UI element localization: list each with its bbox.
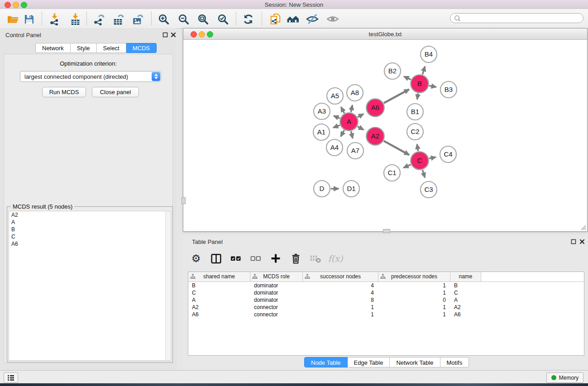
bottom-edge-handle[interactable] [383, 229, 390, 233]
tab-node-table[interactable]: Node Table [304, 357, 348, 367]
graph-node-label-A3: A3 [318, 107, 326, 115]
graph-edge-A-A3[interactable] [334, 116, 340, 118]
import-network-button[interactable] [48, 12, 61, 26]
column-header[interactable]: MCDS role [250, 272, 303, 281]
column-header[interactable]: successor nodes [303, 272, 378, 281]
show-all-button[interactable] [326, 12, 339, 26]
show-eye-icon [326, 13, 339, 25]
criterion-dropdown[interactable]: largest connected component (directed) [20, 71, 161, 82]
graph-node-label-C2: C2 [411, 128, 419, 135]
graph-edge-B-B2[interactable] [404, 76, 411, 80]
graph-edge-A-A6[interactable] [358, 114, 363, 117]
refresh-button[interactable] [241, 12, 255, 26]
graph-edge-B-B1[interactable] [417, 93, 418, 99]
toolbar-separator [262, 12, 262, 25]
float-panel-icon[interactable] [163, 32, 168, 38]
export-network-button[interactable] [92, 12, 105, 26]
mcds-result-list[interactable]: A2ABCA6 [9, 211, 171, 361]
table-cell: B [450, 282, 481, 289]
tab-style[interactable]: Style [71, 43, 97, 53]
network-canvas[interactable]: AA1A2A3A4A5A6A7A8BB1B2B3B4CC1C2C3C4DD1 [183, 40, 587, 231]
tab-mcds[interactable]: MCDS [126, 43, 157, 53]
graph-node-label-D: D [320, 185, 325, 192]
table-panel: Table Panel ⚙ f(x) shared nameMCDS roles… [183, 235, 588, 369]
zoom-selected-icon [217, 13, 229, 25]
graph-edge-A-A8[interactable] [351, 105, 352, 112]
network-graph[interactable]: AA1A2A3A4A5A6A7A8BB1B2B3B4CC1C2C3C4DD1 [183, 40, 587, 231]
run-mcds-button[interactable]: Run MCDS [42, 87, 86, 97]
mcds-result-item[interactable]: A6 [9, 240, 171, 248]
table-row[interactable]: Adominator80A [188, 296, 584, 304]
select-all-button[interactable] [229, 251, 243, 266]
graph-edge-A6-B[interactable] [384, 90, 409, 103]
graph-node-label-A8: A8 [351, 89, 359, 96]
zoom-selected-button[interactable] [216, 12, 229, 26]
graph-edge-A-A2[interactable] [358, 126, 363, 129]
open-folder-icon [7, 13, 19, 25]
export-table-button[interactable] [111, 12, 125, 26]
table-row[interactable]: Cdominator41C [188, 289, 584, 296]
home-layout-button[interactable] [286, 12, 300, 26]
mcds-result-item[interactable]: A2 [9, 211, 171, 219]
graph-edge-B-B4[interactable] [422, 67, 425, 75]
mcds-result-item[interactable]: C [9, 233, 171, 240]
close-table-panel-icon[interactable] [579, 239, 585, 244]
control-panel-header: Control Panel [0, 28, 177, 42]
table-settings-button[interactable]: ⚙ [189, 251, 203, 266]
float-table-panel-icon[interactable] [571, 239, 576, 244]
copy-style-button[interactable] [269, 12, 282, 26]
import-table-button[interactable] [68, 12, 82, 26]
graph-edge-A-A7[interactable] [351, 131, 353, 138]
close-panel-icon[interactable] [171, 32, 176, 38]
mcds-result-item[interactable]: B [9, 226, 171, 233]
graph-edge-C-C1[interactable] [404, 165, 411, 168]
add-column-button[interactable] [269, 251, 282, 266]
memory-button[interactable]: Memory [546, 372, 583, 383]
tab-network-table[interactable]: Network Table [390, 357, 440, 367]
hide-selected-button[interactable] [306, 12, 319, 26]
column-header[interactable]: predecessor nodes [378, 272, 450, 281]
graph-edge-C-C2[interactable] [417, 144, 418, 151]
mcds-result-item[interactable]: A [9, 219, 171, 226]
zoom-out-button[interactable] [177, 12, 190, 26]
graph-node-label-A7: A7 [351, 147, 359, 154]
graph-edge-B-B3[interactable] [429, 86, 436, 87]
unchecked-boxes-icon [250, 253, 262, 264]
column-header-filler [481, 272, 584, 281]
table-cell: connector [250, 304, 303, 311]
open-session-button[interactable] [6, 12, 19, 26]
deselect-all-button[interactable] [249, 251, 263, 266]
tab-network[interactable]: Network [35, 43, 71, 53]
task-history-button[interactable] [4, 372, 18, 383]
tab-select[interactable]: Select [97, 43, 126, 53]
table-row[interactable]: Bdominator41B [188, 282, 584, 289]
checked-boxes-icon [230, 253, 242, 264]
graph-node-label-C: C [417, 157, 422, 164]
zoom-in-button[interactable] [157, 12, 170, 26]
resize-grip[interactable] [580, 224, 586, 230]
search-input[interactable] [461, 14, 583, 22]
delete-table-button[interactable] [309, 251, 322, 266]
table-row[interactable]: A6connector11A6 [188, 311, 584, 318]
column-header[interactable]: name [450, 272, 481, 281]
save-session-button[interactable] [22, 12, 36, 26]
graph-edge-A-A5[interactable] [341, 107, 344, 114]
column-header[interactable]: shared name [188, 272, 250, 281]
graph-node-label-B3: B3 [445, 86, 453, 93]
table-row[interactable]: A2connector11A2 [188, 304, 584, 311]
graph-edge-A-A4[interactable] [341, 130, 344, 137]
tab-motifs[interactable]: Motifs [440, 357, 469, 367]
close-panel-button[interactable]: Close panel [92, 87, 139, 97]
show-columns-button[interactable] [209, 251, 223, 266]
graph-edge-A2-C[interactable] [384, 141, 409, 155]
export-image-button[interactable] [131, 12, 144, 26]
zoom-fit-button[interactable] [196, 12, 210, 26]
delete-column-button[interactable] [289, 251, 302, 266]
tab-edge-table[interactable]: Edge Table [348, 357, 390, 367]
function-builder-button[interactable]: f(x) [329, 251, 342, 266]
graph-edge-A-A1[interactable] [333, 125, 340, 128]
graph-edge-C-C4[interactable] [429, 157, 436, 158]
graph-edge-C-C3[interactable] [422, 170, 425, 178]
left-edge-handle[interactable] [182, 197, 186, 204]
list-scrollbar[interactable] [165, 211, 171, 360]
